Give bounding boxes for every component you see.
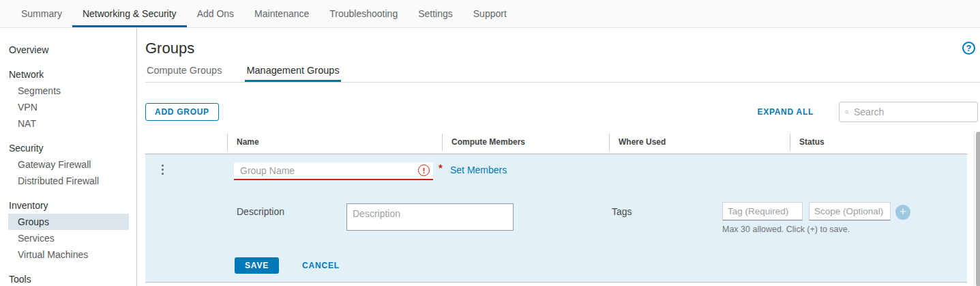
- error-icon: !: [418, 165, 430, 176]
- save-button[interactable]: SAVE: [235, 257, 279, 274]
- cancel-button[interactable]: CANCEL: [302, 261, 340, 270]
- sidebar-item-virtual-machines[interactable]: Virtual Machines: [0, 246, 136, 263]
- sidebar-item-overview[interactable]: Overview: [0, 42, 136, 58]
- column-header-status: Status: [790, 130, 967, 154]
- group-edit-row: ! * Set Members Description Tags + Max 3…: [145, 154, 967, 283]
- groups-table: Name Compute Members Where Used Status !…: [145, 130, 980, 286]
- description-textarea[interactable]: [346, 203, 514, 231]
- top-navigation: Summary Networking & Security Add Ons Ma…: [0, 0, 980, 28]
- sidebar-item-vpn[interactable]: VPN: [0, 99, 136, 115]
- sidebar-section-security[interactable]: Security: [0, 140, 136, 156]
- topnav-networking-security[interactable]: Networking & Security: [72, 0, 187, 27]
- sidebar-item-gateway-firewall[interactable]: Gateway Firewall: [0, 156, 136, 173]
- description-label: Description: [237, 206, 284, 217]
- table-toolbar: ADD GROUP EXPAND ALL: [145, 102, 980, 122]
- tab-compute-groups[interactable]: Compute Groups: [145, 65, 223, 82]
- page-title: Groups: [145, 39, 980, 58]
- column-header-actions: [145, 130, 227, 154]
- topnav-add-ons[interactable]: Add Ons: [187, 0, 244, 27]
- scope-input[interactable]: [809, 202, 891, 220]
- topnav-troubleshooting[interactable]: Troubleshooting: [319, 0, 408, 27]
- column-header-compute-members: Compute Members: [442, 130, 609, 154]
- sidebar-item-segments[interactable]: Segments: [0, 83, 136, 99]
- help-icon[interactable]: ?: [962, 42, 975, 55]
- column-header-where-used: Where Used: [609, 130, 790, 154]
- sidebar-item-distributed-firewall[interactable]: Distributed Firewall: [0, 173, 136, 189]
- tab-management-groups[interactable]: Management Groups: [245, 65, 340, 82]
- expand-all-link[interactable]: EXPAND ALL: [757, 107, 814, 117]
- search-box: [839, 102, 978, 122]
- group-name-input[interactable]: [234, 162, 433, 179]
- topnav-maintenance[interactable]: Maintenance: [244, 0, 319, 27]
- scrollbar-thumb[interactable]: [976, 132, 980, 286]
- sidebar-item-services[interactable]: Services: [0, 230, 136, 246]
- tag-input[interactable]: [722, 202, 803, 220]
- tags-help-text: Max 30 allowed. Click (+) to save.: [722, 225, 850, 234]
- sidebar-section-tools[interactable]: Tools: [0, 271, 136, 286]
- table-scrollbar: [974, 130, 980, 286]
- sidebar-item-nat[interactable]: NAT: [0, 115, 136, 132]
- table-header-row: Name Compute Members Where Used Status: [145, 130, 967, 154]
- main-content: Groups ? Compute Groups Management Group…: [137, 28, 980, 286]
- row-menu-icon[interactable]: [160, 163, 165, 176]
- search-input[interactable]: [854, 106, 977, 117]
- group-name-field: !: [234, 162, 433, 180]
- sidebar-item-groups[interactable]: Groups: [8, 214, 129, 230]
- required-asterisk: *: [439, 162, 443, 173]
- groups-tabs: Compute Groups Management Groups: [145, 65, 980, 83]
- add-group-button[interactable]: ADD GROUP: [145, 103, 219, 121]
- sidebar-section-network[interactable]: Network: [0, 66, 136, 83]
- plus-icon: +: [900, 205, 906, 218]
- column-header-name: Name: [227, 130, 442, 154]
- add-tag-button[interactable]: +: [895, 205, 910, 220]
- topnav-settings[interactable]: Settings: [408, 0, 463, 27]
- topnav-summary[interactable]: Summary: [11, 0, 72, 27]
- topnav-support[interactable]: Support: [463, 0, 517, 27]
- sidebar: Overview Network Segments VPN NAT Securi…: [0, 28, 137, 286]
- search-icon: [845, 107, 849, 117]
- sidebar-section-inventory[interactable]: Inventory: [0, 197, 136, 214]
- set-members-link[interactable]: Set Members: [450, 165, 507, 175]
- tags-label: Tags: [612, 206, 632, 217]
